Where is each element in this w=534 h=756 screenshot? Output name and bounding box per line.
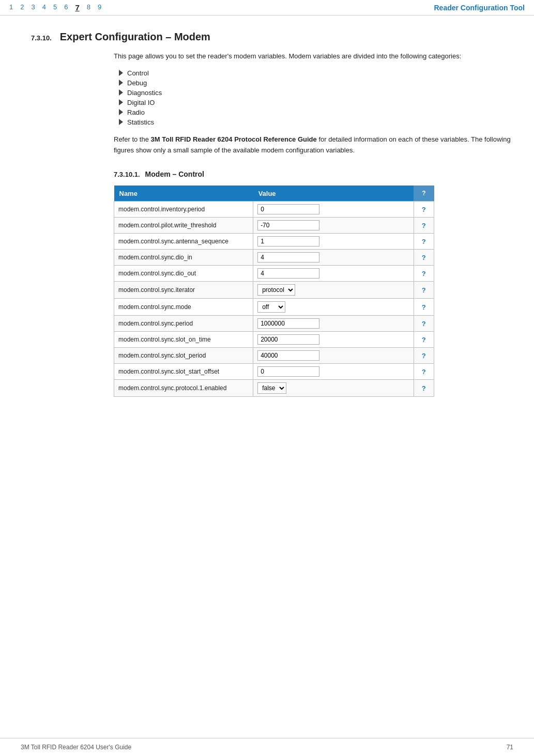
subsection-number: 7.3.10.1.: [114, 171, 140, 178]
table-row: modem.control.pilot.write_threshold?: [114, 218, 434, 234]
help-icon[interactable]: ?: [414, 250, 434, 266]
subsection-heading: 7.3.10.1. Modem – Control: [114, 170, 513, 178]
select-modem.control.sync.iterator[interactable]: protocolvalue2value3: [257, 284, 295, 296]
input-modem.control.sync.dio_out[interactable]: [257, 268, 319, 279]
bullet-item: Digital IO: [119, 99, 513, 106]
bullet-item: Debug: [119, 79, 513, 87]
nav-number-6[interactable]: 6: [64, 3, 68, 12]
nav-number-8[interactable]: 8: [87, 3, 90, 12]
col-header-name: Name: [114, 186, 253, 202]
cell-value[interactable]: [253, 218, 414, 234]
input-modem.control.sync.antenna_sequence[interactable]: [257, 236, 319, 246]
help-icon[interactable]: ?: [414, 282, 434, 299]
help-header-icon: ?: [419, 189, 429, 198]
help-icon[interactable]: ?: [414, 202, 434, 218]
help-icon[interactable]: ?: [414, 218, 434, 234]
bullet-item: Radio: [119, 109, 513, 116]
refer-prefix: Refer to the: [114, 135, 151, 143]
nav-number-2[interactable]: 2: [20, 3, 24, 12]
bullet-arrow-icon: [119, 89, 123, 96]
table-row: modem.control.sync.slot_start_offset?: [114, 364, 434, 380]
cell-name: modem.control.pilot.write_threshold: [114, 218, 253, 234]
cell-name: modem.control.sync.dio_in: [114, 250, 253, 266]
help-icon[interactable]: ?: [414, 364, 434, 380]
input-modem.control.sync.slot_start_offset[interactable]: [257, 366, 319, 377]
intro-text: This page allows you to set the reader's…: [114, 51, 513, 62]
input-modem.control.inventory.period[interactable]: [257, 204, 319, 214]
cell-name: modem.control.sync.slot_period: [114, 348, 253, 364]
cell-value[interactable]: [253, 348, 414, 364]
input-modem.control.sync.slot_on_time[interactable]: [257, 334, 319, 345]
table-row: modem.control.sync.slot_period?: [114, 348, 434, 364]
bullet-text: Debug: [127, 79, 147, 87]
cell-value[interactable]: [253, 316, 414, 332]
table-row: modem.control.sync.antenna_sequence?: [114, 234, 434, 250]
cell-value[interactable]: [253, 250, 414, 266]
nav-title: Reader Configuration Tool: [434, 4, 525, 12]
section-title: Expert Configuration – Modem: [60, 31, 210, 43]
help-icon[interactable]: ?: [414, 266, 434, 282]
help-icon[interactable]: ?: [414, 316, 434, 332]
nav-number-5[interactable]: 5: [53, 3, 57, 12]
col-header-value: Value: [253, 186, 414, 202]
cell-name: modem.control.sync.mode: [114, 299, 253, 316]
bullet-arrow-icon: [119, 99, 123, 105]
cell-value[interactable]: offonauto: [253, 299, 414, 316]
input-modem.control.sync.slot_period[interactable]: [257, 350, 319, 361]
config-table: Name Value ? modem.control.inventory.per…: [114, 186, 434, 397]
input-modem.control.sync.dio_in[interactable]: [257, 252, 319, 263]
bullet-text: Control: [127, 69, 149, 77]
bullet-arrow-icon: [119, 119, 123, 125]
input-modem.control.pilot.write_threshold[interactable]: [257, 220, 319, 230]
section-number: 7.3.10.: [31, 34, 52, 42]
cell-value[interactable]: protocolvalue2value3: [253, 282, 414, 299]
cell-value[interactable]: [253, 364, 414, 380]
bullet-arrow-icon: [119, 70, 123, 76]
select-modem.control.sync.protocol.1.enabled[interactable]: falsetrue: [257, 382, 286, 394]
cell-name: modem.control.sync.period: [114, 316, 253, 332]
nav-number-3[interactable]: 3: [31, 3, 35, 12]
subsection-title: Modem – Control: [145, 170, 204, 178]
cell-name: modem.control.sync.protocol.1.enabled: [114, 380, 253, 397]
help-icon[interactable]: ?: [414, 380, 434, 397]
cell-value[interactable]: [253, 266, 414, 282]
refer-text: Refer to the 3M Toll RFID Reader 6204 Pr…: [114, 134, 513, 156]
table-row: modem.control.sync.period?: [114, 316, 434, 332]
select-modem.control.sync.mode[interactable]: offonauto: [257, 301, 285, 313]
help-icon[interactable]: ?: [414, 299, 434, 316]
table-row: modem.control.sync.protocol.1.enabledfal…: [114, 380, 434, 397]
cell-name: modem.control.inventory.period: [114, 202, 253, 218]
bullet-item: Diagnostics: [119, 89, 513, 97]
help-icon[interactable]: ?: [414, 332, 434, 348]
cell-value[interactable]: falsetrue: [253, 380, 414, 397]
cell-value[interactable]: [253, 234, 414, 250]
footer-left: 3M Toll RFID Reader 6204 User's Guide: [21, 744, 131, 751]
main-content: 7.3.10. Expert Configuration – Modem Thi…: [0, 16, 534, 418]
nav-number-1[interactable]: 1: [9, 3, 13, 12]
cell-value[interactable]: [253, 202, 414, 218]
nav-number-9[interactable]: 9: [98, 3, 101, 12]
section-body: This page allows you to set the reader's…: [114, 51, 513, 397]
bullet-arrow-icon: [119, 80, 123, 86]
cell-name: modem.control.sync.antenna_sequence: [114, 234, 253, 250]
cell-name: modem.control.sync.slot_start_offset: [114, 364, 253, 380]
help-icon[interactable]: ?: [414, 348, 434, 364]
refer-bold: 3M Toll RFID Reader 6204 Protocol Refere…: [151, 135, 317, 143]
bullet-text: Diagnostics: [127, 89, 162, 97]
nav-number-7[interactable]: 7: [75, 3, 79, 12]
cell-name: modem.control.sync.iterator: [114, 282, 253, 299]
nav-number-4[interactable]: 4: [42, 3, 46, 12]
bullet-text: Statistics: [127, 118, 154, 126]
help-icon[interactable]: ?: [414, 234, 434, 250]
bullet-list: ControlDebugDiagnosticsDigital IORadioSt…: [119, 69, 513, 126]
cell-value[interactable]: [253, 332, 414, 348]
footer: 3M Toll RFID Reader 6204 User's Guide 71: [0, 738, 534, 756]
nav-numbers: 123456789: [9, 3, 101, 12]
footer-right: 71: [507, 744, 513, 751]
table-row: modem.control.inventory.period?: [114, 202, 434, 218]
table-row: modem.control.sync.dio_out?: [114, 266, 434, 282]
table-row: modem.control.sync.slot_on_time?: [114, 332, 434, 348]
top-nav: 123456789 Reader Configuration Tool: [0, 0, 534, 16]
cell-name: modem.control.sync.dio_out: [114, 266, 253, 282]
input-modem.control.sync.period[interactable]: [257, 318, 319, 329]
